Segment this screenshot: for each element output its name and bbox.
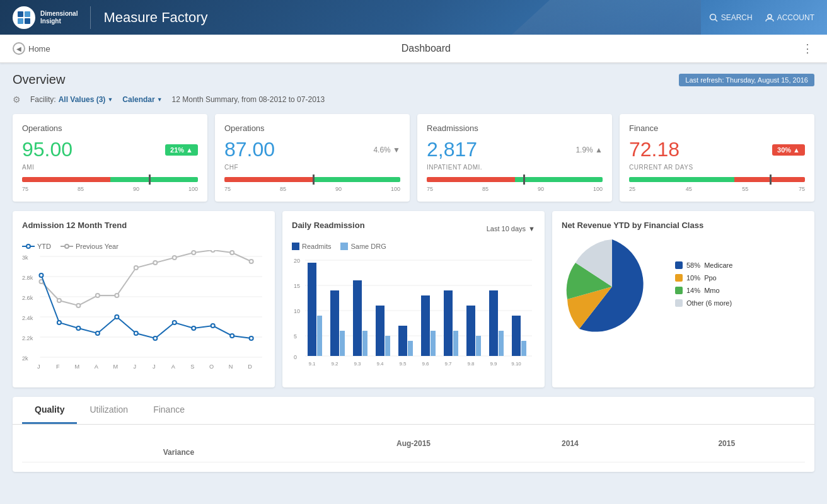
svg-text:9.2: 9.2 [331,361,338,367]
svg-text:F: F [56,364,60,370]
tab-quality[interactable]: Quality [22,397,77,424]
tab-content: Aug-2015 2014 2015 Variance [13,425,814,472]
svg-point-38 [173,321,176,324]
other-dot [675,299,683,307]
facility-filter: Facility: All Values (3) ▼ [30,95,113,104]
svg-point-24 [134,266,138,270]
svg-text:5: 5 [294,333,297,340]
tab-utilization[interactable]: Utilization [77,397,141,424]
svg-point-26 [173,256,176,260]
bar-readmits-5 [398,326,407,356]
back-icon: ◀ [13,42,25,55]
other-label: Other (6 more) [686,299,732,307]
svg-text:9.6: 9.6 [422,361,429,367]
readmits-legend-icon [292,243,299,250]
kpi-value-0: 95.00 [22,138,72,161]
gauge-3: 25455575 [629,177,805,192]
account-button[interactable]: ACCOUNT [765,13,814,22]
same-drg-label: Same DRG [350,243,386,250]
bar-samedrg-2 [340,331,345,356]
search-button[interactable]: SEARCH [709,13,753,22]
more-options-button[interactable]: ⋮ [802,42,814,55]
header-actions: SEARCH ACCOUNT [709,13,814,22]
svg-text:N: N [229,364,233,370]
readmits-label: Readmits [302,243,331,250]
bar-samedrg-1 [317,316,322,356]
svg-text:0: 0 [294,354,297,360]
tab-finance[interactable]: Finance [141,397,197,424]
bar-readmits-4 [376,306,385,356]
medicare-label: 58% Medicare [686,261,732,269]
mmo-dot [675,287,683,294]
kpi-value-row-2: 2,817 1.9% ▲ [427,138,603,161]
svg-point-28 [211,250,215,252]
svg-point-33 [76,326,80,330]
kpi-card-finance: Finance 72.18 30% ▲ CURRENT AR DAYS 2545… [620,114,814,202]
kpi-badge-3: 30% ▲ [772,144,805,156]
readmission-legend: Readmits Same DRG [292,243,535,250]
date-range-label: 12 Month Summary, from 08-2012 to 07-201… [172,95,325,104]
ppo-dot [675,274,683,282]
svg-point-20 [57,299,61,302]
bar-readmits-9 [489,290,498,356]
admission-chart-legend: YTD Previous Year [22,243,265,250]
kpi-value-row-3: 72.18 30% ▲ [629,138,805,161]
kpi-value-1: 87.00 [224,138,275,161]
col-variance: Variance [22,448,335,457]
back-button[interactable]: ◀ Home [13,42,50,55]
readmission-filter[interactable]: Last 10 days ▼ [487,225,535,232]
bar-readmits-1 [308,263,316,356]
calendar-dropdown[interactable]: Calendar ▼ [122,95,162,104]
svg-text:9.5: 9.5 [399,361,407,367]
kpi-grid: Operations 95.00 21% ▲ AMI 758590100 [13,114,814,202]
col-2014: 2014 [492,439,648,448]
logo: Dimensional Insight [13,6,91,29]
bar-readmits-3 [353,280,362,356]
readmission-chart-header: Daily Readmission Last 10 days ▼ [292,220,535,236]
legend-ytd: YTD [22,243,51,250]
svg-point-39 [192,326,195,330]
facility-label: Facility: [30,95,56,104]
svg-text:2.4k: 2.4k [22,315,33,321]
svg-text:9.10: 9.10 [511,361,521,367]
search-label: SEARCH [721,13,753,22]
facility-dropdown[interactable]: All Values (3) ▼ [59,95,113,104]
kpi-value-2: 2,817 [427,138,477,161]
col-2015: 2015 [649,439,805,448]
gauge-1: 758590100 [224,177,400,192]
prev-year-legend-icon [61,243,73,249]
bar-readmits-8 [466,306,475,356]
svg-text:9.8: 9.8 [467,361,475,367]
svg-text:J: J [133,364,136,370]
revenue-chart-title: Net Revenue YTD by Financial Class [562,220,805,230]
pie-container: 58% Medicare 10% Ppo 14% Mmo Other (6 mo… [562,236,805,337]
svg-text:J: J [153,364,156,370]
back-label: Home [28,44,50,54]
bar-readmits-2 [330,290,339,356]
legend-ytd-label: YTD [37,243,51,250]
kpi-subtitle-2: INPATIENT ADMI. [427,164,603,171]
svg-text:A: A [171,364,176,370]
bar-readmits-10 [512,316,521,356]
ppo-label: 10% Ppo [686,274,717,282]
kpi-title-0: Operations [22,123,198,133]
app-header: Dimensional Insight Measure Factory SEAR… [0,0,827,35]
kpi-card-operations-ami: Operations 95.00 21% ▲ AMI 758590100 [13,114,207,202]
svg-point-31 [39,273,43,277]
search-icon [709,13,718,22]
svg-point-36 [134,331,138,335]
svg-text:9.7: 9.7 [444,361,452,367]
bar-samedrg-3 [362,331,367,356]
navbar: ◀ Home Dashboard ⋮ [0,35,827,63]
col-name [22,439,335,448]
calendar-filter: Calendar ▼ [122,95,162,104]
kpi-subtitle-3: CURRENT AR DAYS [629,164,805,171]
kpi-badge-0: 21% ▲ [165,144,198,156]
kpi-card-operations-chf: Operations 87.00 4.6% ▼ CHF 758590100 [215,114,410,202]
readmission-chart-title: Daily Readmission [292,220,365,230]
calendar-value: Calendar [122,95,154,104]
svg-text:15: 15 [294,283,300,289]
calendar-arrow: ▼ [157,96,163,103]
kpi-value-row-0: 95.00 21% ▲ [22,138,198,161]
charts-grid: Admission 12 Month Trend YTD [13,211,814,387]
